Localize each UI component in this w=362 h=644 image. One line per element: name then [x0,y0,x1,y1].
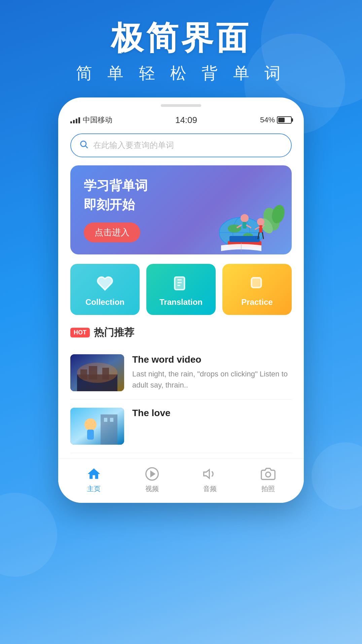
banner-text: 学习背单词 即刻开始 点击进入 [84,177,280,243]
thumb-1 [70,354,124,391]
banner-title-line1: 学习背单词 [84,177,280,194]
phone-notch [161,104,201,107]
nav-item-sound[interactable]: 音频 [202,466,218,493]
status-right: 54% [260,116,292,124]
nav-item-home[interactable]: 主页 [85,466,102,493]
svg-rect-33 [87,430,94,440]
search-input[interactable]: 在此输入要查询的单词 [93,140,174,151]
signal-bar-2 [73,120,75,123]
svg-rect-23 [175,277,184,290]
search-icon [79,139,88,151]
content-info-2: The love [132,408,292,422]
action-label-translation: Translation [159,297,203,307]
practice-icon [248,274,266,293]
content-info-1: The word video Last night, the rain, "dr… [132,354,292,391]
nav-item-camera[interactable]: 拍照 [260,466,277,493]
signal-icon [70,117,80,123]
bottom-nav: 主页 视频 音频 [58,458,304,503]
signal-bar-3 [76,119,77,123]
svg-point-40 [265,472,270,477]
signal-bar-1 [70,121,72,123]
carrier-name: 中国移动 [83,115,112,125]
svg-rect-34 [101,414,117,445]
home-icon [85,466,102,482]
action-card-collection[interactable]: Collection [70,264,140,315]
svg-rect-24 [251,278,261,288]
quick-actions: Collection Translation Practice [70,264,292,315]
section-title: 热门推荐 [94,326,134,339]
content-item-1[interactable]: The word video Last night, the rain, "dr… [70,346,292,400]
bg-decoration-3 [0,493,57,577]
content-item-2[interactable]: The love [70,400,292,453]
action-label-collection: Collection [85,297,124,307]
hot-badge: HOT [70,328,90,337]
book-icon [172,274,190,293]
action-label-practice: Practice [241,297,273,307]
svg-marker-38 [151,472,154,477]
banner-button[interactable]: 点击进入 [84,223,140,242]
thumb-2 [70,408,124,445]
content-list: The word video Last night, the rain, "dr… [70,346,292,453]
content-desc-1: Last night, the rain, "drops on clicking… [132,368,292,391]
status-bar: 中国移动 14:09 54% [58,112,304,128]
battery-icon [277,116,292,124]
thumb-img-2 [70,408,124,445]
search-bar[interactable]: 在此输入要查询的单词 [70,133,292,157]
sound-icon [202,466,218,482]
svg-point-0 [81,141,86,146]
battery-fill [278,118,285,122]
banner-card[interactable]: 学习背单词 即刻开始 点击进入 [70,165,292,255]
banner-title-line2: 即刻开始 [84,197,280,213]
nav-label-play: 视频 [145,484,159,493]
svg-line-1 [85,146,87,148]
svg-rect-36 [110,418,113,422]
action-card-practice[interactable]: Practice [222,264,292,315]
phone-content: 在此输入要查询的单词 学习背单词 即刻开始 点击进入 [58,128,304,453]
status-left: 中国移动 [70,115,112,125]
content-title-2: The love [132,408,292,418]
thumb-img-1 [70,354,124,391]
camera-icon [260,466,277,482]
content-title-1: The word video [132,354,292,365]
status-time: 14:09 [175,115,197,125]
svg-rect-35 [104,418,107,422]
nav-label-home: 主页 [87,484,101,493]
signal-bar-4 [78,117,80,123]
bg-decoration-4 [312,442,362,510]
hot-section-header: HOT 热门推荐 [70,326,292,339]
battery-percent: 54% [260,116,275,124]
heart-icon [96,274,114,293]
svg-marker-39 [204,470,210,479]
nav-label-sound: 音频 [203,484,217,493]
svg-point-30 [77,363,117,383]
nav-item-play[interactable]: 视频 [144,466,160,493]
action-card-translation[interactable]: Translation [146,264,216,315]
nav-label-camera: 拍照 [261,484,275,493]
play-icon [144,466,160,482]
svg-point-32 [84,418,97,431]
phone-mockup: 中国移动 14:09 54% 在此输入要查询的单词 学习背单词 [58,97,304,503]
